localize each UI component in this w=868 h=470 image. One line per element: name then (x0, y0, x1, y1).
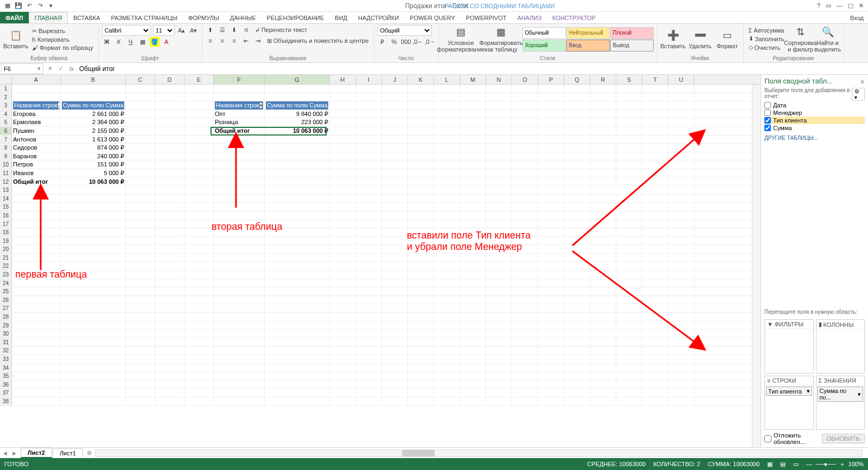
autosum-button[interactable]: Σ Автосумма (747, 27, 786, 34)
tab-file[interactable]: ФАЙЛ (0, 12, 29, 23)
col-header[interactable]: M (460, 75, 486, 84)
cell-styles-gallery[interactable]: Обычный Нейтральный Плохой Хороший Ввод … (522, 27, 654, 51)
undo-icon[interactable]: ↶ (24, 1, 34, 11)
tab-insert[interactable]: ВСТАВКА (68, 12, 105, 23)
values-area[interactable]: Σ ЗНАЧЕНИЯ Сумма по по...▾ (816, 376, 865, 430)
tab-powerpivot[interactable]: POWERPIVOT (461, 12, 512, 23)
minimize-icon[interactable]: ― (837, 2, 843, 9)
area-item[interactable]: Сумма по по...▾ (818, 387, 864, 402)
align-right-icon[interactable]: ≡ (229, 36, 239, 46)
border-icon[interactable]: ▦ (138, 37, 148, 47)
tab-data[interactable]: ДАННЫЕ (225, 12, 261, 23)
col-header[interactable]: C (126, 75, 155, 84)
col-header[interactable]: L (434, 75, 460, 84)
tab-formulas[interactable]: ФОРМУЛЫ (183, 12, 225, 23)
redo-icon[interactable]: ↷ (35, 1, 45, 11)
col-header[interactable]: Q (564, 75, 590, 84)
col-header[interactable]: J (382, 75, 408, 84)
sheet-nav-next-icon[interactable]: ► (11, 450, 17, 456)
horizontal-scrollbar[interactable] (95, 449, 863, 457)
field-checkbox[interactable] (764, 110, 771, 116)
tab-powerquery[interactable]: POWER QUERY (404, 12, 461, 23)
grow-font-icon[interactable]: A▴ (177, 25, 187, 35)
style-good[interactable]: Хороший (522, 40, 566, 51)
col-header[interactable]: N (486, 75, 512, 84)
col-header[interactable]: R (590, 75, 616, 84)
pane-settings-icon[interactable]: ⚙ ▾ (852, 88, 865, 101)
cut-button[interactable]: ✂ Вырезать (30, 27, 95, 35)
maximize-icon[interactable]: ▢ (848, 2, 853, 9)
vertical-scrollbar[interactable] (752, 85, 761, 447)
fill-color-icon[interactable]: 🪣 (150, 37, 159, 47)
field-checkbox[interactable] (764, 102, 771, 108)
clear-button[interactable]: ◇ Очистить (747, 43, 786, 51)
select-all-corner[interactable] (0, 75, 12, 84)
other-tables-link[interactable]: ДРУГИЕ ТАБЛИЦЫ... (764, 135, 865, 141)
find-select-button[interactable]: 🔍Найти и выделить (815, 25, 840, 53)
tab-view[interactable]: ВИД (329, 12, 353, 23)
save-icon[interactable]: 💾 (14, 1, 23, 11)
comma-icon[interactable]: 000 (401, 37, 411, 47)
font-color-icon[interactable]: A (162, 37, 171, 47)
close-icon[interactable]: ✕ (859, 2, 864, 9)
currency-icon[interactable]: ₽ (378, 37, 387, 47)
qat-more-icon[interactable]: ▾ (46, 1, 56, 11)
new-sheet-icon[interactable]: ⊕ (87, 449, 92, 456)
col-header[interactable]: P (538, 75, 564, 84)
col-header[interactable]: A (12, 75, 61, 84)
style-output[interactable]: Вывод (610, 40, 654, 51)
tab-review[interactable]: РЕЦЕНЗИРОВАНИЕ (261, 12, 330, 23)
col-header[interactable]: H (330, 75, 356, 84)
col-header[interactable]: B (61, 75, 126, 84)
conditional-format-button[interactable]: ▤Условное форматирование (442, 25, 480, 53)
field-checkbox[interactable] (764, 125, 771, 131)
sheet-nav-prev-icon[interactable]: ◄ (2, 450, 8, 456)
fill-button[interactable]: ⬇ Заполнить (747, 35, 786, 43)
area-item[interactable]: Тип клиента▾ (766, 387, 812, 396)
format-cells-button[interactable]: ▭Формат (715, 25, 740, 53)
paste-button[interactable]: 📋Вставить (3, 25, 28, 53)
field-item[interactable]: Менеджер (764, 109, 865, 117)
tab-addins[interactable]: НАДСТРОЙКИ (353, 12, 404, 23)
inc-decimal-icon[interactable]: ,0← (413, 37, 423, 47)
col-header[interactable]: O (512, 75, 538, 84)
worksheet-grid[interactable]: A B C D E F G H I J K L M N O P Q R S T … (0, 75, 761, 447)
rows-area[interactable]: ≡ СТРОКИ Тип клиента▾ (764, 376, 814, 430)
formula-input[interactable] (77, 63, 868, 74)
font-size-select[interactable]: 11 (153, 25, 175, 36)
delete-cells-button[interactable]: ➖Удалить (688, 25, 713, 53)
update-button[interactable]: ОБНОВИТЬ (822, 434, 865, 443)
col-header[interactable]: E (184, 75, 214, 84)
cancel-icon[interactable]: ✕ (44, 65, 55, 72)
col-header[interactable]: F (214, 75, 265, 84)
italic-icon[interactable]: К (114, 37, 124, 47)
sheet-tab[interactable]: Лист1 (53, 448, 83, 458)
bold-icon[interactable]: Ж (102, 37, 112, 47)
columns-area[interactable]: ▮ КОЛОННЫ (816, 319, 865, 374)
defer-checkbox[interactable] (764, 435, 771, 442)
shrink-font-icon[interactable]: A▾ (189, 25, 199, 35)
copy-button[interactable]: ⎘ Копировать (30, 36, 95, 43)
col-header[interactable]: G (265, 75, 330, 84)
tab-layout[interactable]: РАЗМЕТКА СТРАНИЦЫ (105, 12, 182, 23)
filters-area[interactable]: ▼ ФИЛЬТРЫ (764, 319, 814, 374)
align-bottom-icon[interactable]: ⬇ (229, 25, 239, 35)
align-top-icon[interactable]: ⬆ (206, 25, 215, 35)
fx-icon[interactable]: fx (66, 66, 77, 72)
col-header[interactable]: T (642, 75, 668, 84)
align-middle-icon[interactable]: ☰ (218, 25, 227, 35)
pane-close-icon[interactable]: ✕ (860, 79, 865, 86)
field-item[interactable]: Сумма (764, 124, 865, 132)
view-pagebreak-icon[interactable]: ▭ (793, 461, 799, 468)
orientation-icon[interactable]: ⤭ (241, 25, 251, 35)
help-icon[interactable]: ? (817, 2, 820, 9)
enter-icon[interactable]: ✓ (55, 65, 66, 72)
percent-icon[interactable]: % (390, 37, 399, 47)
field-item[interactable]: Дата (764, 101, 865, 109)
format-painter-button[interactable]: 🖌 Формат по образцу (30, 44, 95, 51)
style-normal[interactable]: Обычный (522, 27, 566, 39)
tab-design[interactable]: КОНСТРУКТОР (547, 12, 601, 23)
col-header[interactable]: S (616, 75, 642, 84)
tab-home[interactable]: ГЛАВНАЯ (29, 12, 68, 23)
view-layout-icon[interactable]: ▤ (780, 461, 786, 468)
